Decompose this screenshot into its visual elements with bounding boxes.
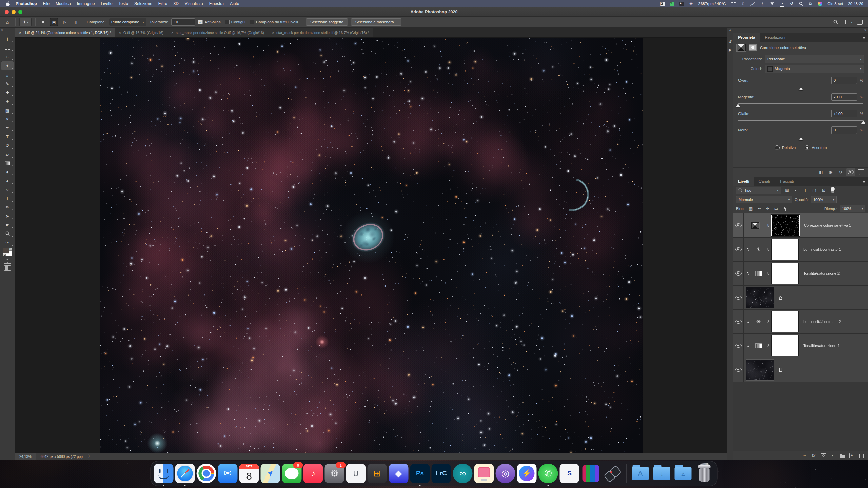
menu-filtro[interactable]: Filtro: [155, 1, 171, 6]
history-panel-icon[interactable]: ↺: [729, 40, 732, 44]
adjustment-icon[interactable]: ☀: [752, 246, 765, 252]
foreground-color[interactable]: [3, 248, 9, 254]
opacity-select[interactable]: 100%▾: [811, 196, 837, 203]
mask-link-icon[interactable]: 8: [765, 247, 771, 251]
layer-row[interactable]: 8Correzione colore selettiva 1: [733, 214, 868, 238]
current-tool-icon[interactable]: ✦▾: [19, 18, 32, 26]
layer-visibility-toggle[interactable]: [733, 358, 744, 382]
bluetooth-icon[interactable]: ᛒ: [760, 1, 765, 6]
slider-track[interactable]: [738, 102, 863, 107]
dock-lightroom-classic[interactable]: LrC: [432, 464, 451, 483]
slider-thumb[interactable]: [736, 104, 740, 107]
fan-icon[interactable]: ❋: [689, 1, 693, 6]
displays-icon[interactable]: ⧉: [808, 1, 813, 6]
layer-thumbnail[interactable]: [746, 287, 774, 308]
preset-select[interactable]: Personale▾: [765, 55, 864, 63]
link-layers-icon[interactable]: ∞: [802, 453, 807, 458]
muted-volume-icon[interactable]: ♪: [751, 1, 755, 6]
slider-thumb[interactable]: [861, 120, 865, 124]
dock-photoshop[interactable]: Ps: [410, 464, 430, 483]
lock-artboard-icon[interactable]: ▭: [773, 206, 780, 211]
document-tab[interactable]: ×O.tif @ 16,7% (Grigio/16): [115, 28, 167, 37]
crop-tool[interactable]: #: [1, 70, 14, 79]
wifi-icon[interactable]: [770, 1, 775, 6]
tab-regolazioni[interactable]: Regolazioni: [760, 33, 790, 42]
dock-safari[interactable]: [175, 464, 195, 483]
apple-menu-icon[interactable]: [5, 1, 13, 6]
layer-name[interactable]: O: [779, 296, 782, 300]
slider-track[interactable]: [738, 135, 863, 140]
close-tab-icon[interactable]: ×: [272, 30, 274, 35]
dock-color-bars-app[interactable]: [581, 464, 601, 483]
clip-to-layer-icon[interactable]: ◧: [816, 168, 825, 176]
layer-name[interactable]: Luminosità/contrasto 1: [803, 247, 841, 251]
content-aware-move-tool[interactable]: ✕: [1, 115, 14, 123]
reset-adjustment-icon[interactable]: ↺: [836, 168, 845, 176]
dock-finder[interactable]: [154, 464, 174, 483]
selection-mode-subtract[interactable]: ◳: [61, 18, 68, 26]
zoom-level-field[interactable]: 24,13%: [15, 453, 36, 460]
filter-image-icon[interactable]: ▦: [784, 188, 790, 193]
layer-name[interactable]: Tonalità/saturazione 1: [803, 344, 840, 348]
fill-select[interactable]: 100%▾: [840, 205, 865, 212]
slider-value-input[interactable]: 0: [831, 77, 857, 84]
radio-dot[interactable]: [805, 145, 809, 150]
selection-mode-add[interactable]: ▣: [50, 18, 58, 26]
close-tab-icon[interactable]: ×: [119, 30, 121, 35]
slider-track[interactable]: [738, 85, 863, 90]
dock-cleanmymac[interactable]: [474, 464, 494, 483]
layer-mask-thumbnail[interactable]: [771, 215, 800, 236]
adjustment-icon[interactable]: ☀: [752, 319, 765, 325]
lock-transparency-icon[interactable]: ▦: [748, 206, 754, 211]
magic-wand-tool[interactable]: ✦: [1, 61, 14, 70]
dock-calendar[interactable]: SET8: [239, 464, 259, 483]
default-colors-icon[interactable]: ◩: [3, 253, 5, 257]
sharpen-tool[interactable]: ▲: [1, 176, 14, 185]
tab-tracciati[interactable]: Tracciati: [774, 177, 798, 186]
status-chevron-icon[interactable]: 〉: [88, 454, 92, 459]
lock-position-icon[interactable]: ✛: [765, 206, 771, 211]
fan-status[interactable]: 2687rpm / 49°C: [698, 2, 726, 6]
layer-name[interactable]: H: [779, 368, 782, 372]
layer-mask-thumbnail[interactable]: [771, 311, 799, 332]
mask-link-icon[interactable]: 8: [765, 271, 771, 276]
layer-visibility-toggle[interactable]: [733, 262, 744, 285]
checkbox-box[interactable]: [250, 20, 254, 24]
gradient-tool[interactable]: [1, 159, 14, 167]
blur-tool[interactable]: ●: [1, 167, 14, 176]
menu-immagine[interactable]: Immagine: [74, 1, 98, 6]
dock-music[interactable]: ♪: [303, 464, 323, 483]
siri-icon[interactable]: [818, 2, 822, 6]
tab-livelli[interactable]: Livelli: [733, 177, 754, 186]
layer-name[interactable]: Correzione colore selettiva 1: [804, 223, 851, 227]
menu-bar-date[interactable]: Gio 8 set: [827, 2, 843, 6]
share-icon[interactable]: ↑: [857, 20, 863, 25]
toolbar-collapse-icon[interactable]: »: [0, 28, 4, 32]
layer-visibility-toggle[interactable]: [733, 238, 744, 261]
layer-visibility-toggle[interactable]: [733, 286, 744, 309]
layer-row[interactable]: ↴8Tonalità/saturazione 2: [733, 262, 868, 286]
dock-chrome[interactable]: [197, 464, 216, 483]
actions-panel-icon[interactable]: ▶: [729, 48, 731, 52]
view-previous-state-icon[interactable]: ◉: [826, 168, 835, 176]
layer-row[interactable]: H: [733, 358, 868, 382]
dock-maps[interactable]: ➤: [261, 464, 280, 483]
menu-visualizza[interactable]: Visualizza: [182, 1, 206, 6]
layer-style-icon[interactable]: fx: [811, 453, 816, 458]
radio-assoluto[interactable]: Assoluto: [805, 145, 827, 150]
checkbox-box[interactable]: ✓: [198, 20, 203, 24]
dodge-tool[interactable]: ○: [1, 185, 14, 194]
eject-icon[interactable]: ▲: [780, 1, 784, 7]
time-machine-icon[interactable]: ↺: [789, 1, 794, 6]
pasteboard[interactable]: [15, 38, 727, 453]
dock-binoculars-app[interactable]: [603, 464, 622, 483]
color-swatches[interactable]: ◩ ⇄: [3, 248, 12, 256]
path-selection-tool[interactable]: ➤: [1, 211, 14, 220]
slider-track[interactable]: [738, 118, 863, 123]
dock-mail[interactable]: ✉: [218, 464, 238, 483]
mask-link-icon[interactable]: 8: [765, 344, 771, 348]
dock-bittorrent[interactable]: ◎: [496, 464, 515, 483]
dock-whatsapp[interactable]: ✆: [538, 464, 558, 483]
blend-mode-select[interactable]: Normale▾: [736, 196, 792, 203]
new-group-icon[interactable]: [840, 453, 845, 458]
